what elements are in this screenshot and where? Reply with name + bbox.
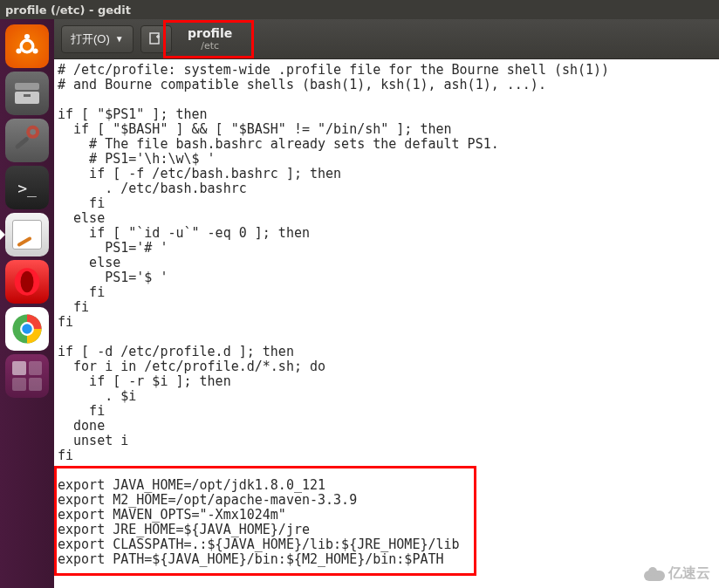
document-path: /etc: [179, 40, 242, 51]
svg-rect-9: [15, 136, 30, 150]
svg-rect-4: [15, 83, 39, 90]
launcher-settings[interactable]: [5, 119, 49, 162]
gedit-window: 打开(O) ▼ profile /etc # /etc/profile: sys…: [54, 19, 719, 588]
text-editor-icon: [12, 220, 42, 250]
svg-rect-5: [15, 92, 39, 104]
cloud-icon: [644, 567, 665, 581]
svg-point-3: [32, 48, 38, 53]
window-title-bar: profile (/etc) - gedit: [0, 0, 719, 19]
watermark-text: 亿速云: [668, 564, 710, 583]
svg-rect-6: [24, 94, 31, 97]
svg-point-8: [30, 129, 36, 135]
launcher-files[interactable]: [5, 72, 49, 115]
svg-point-11: [21, 271, 34, 292]
editor-area[interactable]: # /etc/profile: system-wide .profile fil…: [54, 59, 719, 588]
document-name: profile: [179, 26, 242, 40]
terminal-icon: >_: [17, 179, 37, 197]
launcher-opera[interactable]: [5, 260, 49, 304]
opera-icon: [12, 267, 42, 297]
launcher-chrome[interactable]: [5, 307, 49, 351]
new-document-icon: [149, 32, 163, 46]
svg-point-1: [24, 34, 30, 39]
svg-point-0: [21, 40, 33, 52]
new-tab-button[interactable]: [140, 25, 172, 53]
ubuntu-icon: [12, 31, 42, 61]
launcher-terminal[interactable]: >_: [5, 166, 49, 209]
launcher-workspace-switcher[interactable]: [5, 354, 49, 398]
file-manager-icon: [11, 78, 43, 109]
window-title: profile (/etc) - gedit: [5, 3, 131, 17]
launcher-dash[interactable]: [5, 24, 49, 68]
chrome-icon: [11, 313, 43, 345]
chevron-down-icon: ▼: [115, 34, 124, 44]
launcher-text-editor[interactable]: [5, 213, 49, 256]
gedit-toolbar: 打开(O) ▼ profile /etc: [54, 19, 719, 59]
svg-point-2: [16, 48, 21, 53]
open-button[interactable]: 打开(O) ▼: [61, 25, 134, 53]
svg-point-14: [22, 324, 32, 334]
open-button-label: 打开(O): [71, 31, 110, 47]
code-content[interactable]: # /etc/profile: system-wide .profile fil…: [54, 59, 719, 571]
watermark: 亿速云: [644, 564, 710, 583]
wrench-gear-icon: [10, 120, 45, 161]
workspace-icon: [12, 361, 42, 391]
unity-launcher: >_: [0, 19, 54, 588]
document-title-box: profile /etc: [179, 26, 254, 51]
